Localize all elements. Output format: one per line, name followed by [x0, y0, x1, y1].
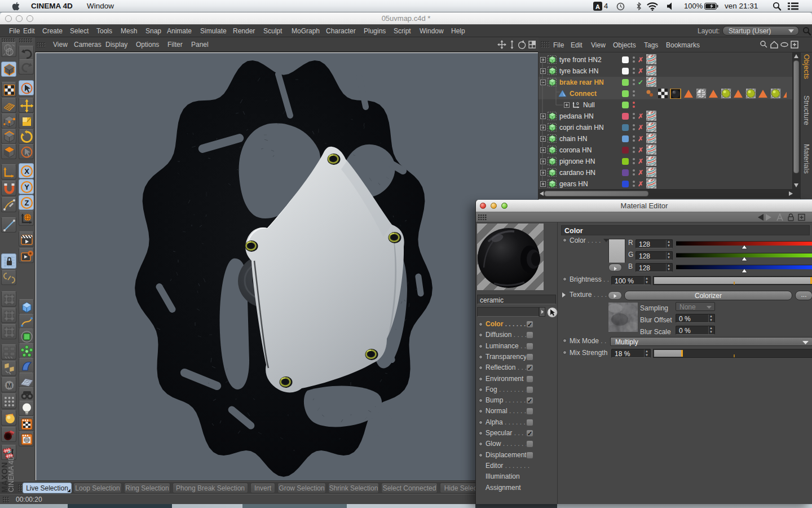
svg-text:0: 0 — [576, 101, 579, 106]
svg-text:Z: Z — [25, 199, 29, 207]
svg-text:X: X — [24, 167, 29, 176]
svg-text:M: M — [7, 382, 12, 389]
svg-text:Y: Y — [24, 183, 29, 191]
svg-text:A: A — [595, 3, 600, 10]
